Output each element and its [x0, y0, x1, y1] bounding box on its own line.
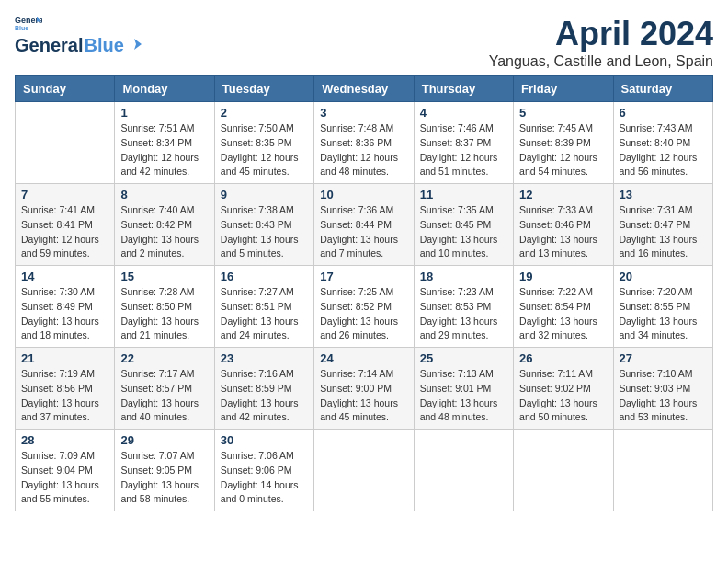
calendar-cell: 26Sunrise: 7:11 AM Sunset: 9:02 PM Dayli… [514, 348, 613, 430]
day-number: 19 [519, 270, 607, 283]
day-number: 15 [120, 270, 208, 283]
weekday-header-friday: Friday [514, 76, 613, 102]
day-info: Sunrise: 7:38 AM Sunset: 8:43 PM Dayligh… [221, 203, 308, 261]
day-number: 4 [420, 106, 507, 120]
header: General Blue General Blue April 2024 Yan… [15, 15, 713, 70]
calendar-cell: 18Sunrise: 7:23 AM Sunset: 8:53 PM Dayli… [414, 266, 513, 348]
day-info: Sunrise: 7:48 AM Sunset: 8:36 PM Dayligh… [320, 121, 407, 179]
calendar-cell: 24Sunrise: 7:14 AM Sunset: 9:00 PM Dayli… [314, 348, 414, 430]
day-number: 3 [320, 106, 407, 120]
day-info: Sunrise: 7:20 AM Sunset: 8:55 PM Dayligh… [620, 285, 707, 343]
logo: General Blue General Blue [15, 15, 142, 56]
day-number: 30 [221, 433, 308, 447]
calendar-cell: 12Sunrise: 7:33 AM Sunset: 8:46 PM Dayli… [514, 184, 613, 266]
calendar-cell: 4Sunrise: 7:46 AM Sunset: 8:37 PM Daylig… [414, 102, 513, 184]
day-info: Sunrise: 7:07 AM Sunset: 9:05 PM Dayligh… [120, 449, 208, 507]
day-info: Sunrise: 7:25 AM Sunset: 8:52 PM Dayligh… [320, 285, 407, 343]
day-info: Sunrise: 7:31 AM Sunset: 8:47 PM Dayligh… [620, 203, 707, 261]
day-number: 6 [620, 106, 707, 120]
day-info: Sunrise: 7:06 AM Sunset: 9:06 PM Dayligh… [221, 449, 308, 507]
day-number: 5 [519, 106, 607, 120]
day-info: Sunrise: 7:40 AM Sunset: 8:42 PM Dayligh… [120, 203, 208, 261]
day-number: 7 [21, 188, 108, 201]
day-info: Sunrise: 7:51 AM Sunset: 8:34 PM Dayligh… [120, 121, 208, 179]
calendar-cell: 11Sunrise: 7:35 AM Sunset: 8:45 PM Dayli… [414, 184, 513, 266]
calendar-cell: 5Sunrise: 7:45 AM Sunset: 8:39 PM Daylig… [514, 102, 613, 184]
day-number: 9 [221, 188, 308, 201]
day-number: 24 [320, 351, 407, 365]
calendar-cell [314, 430, 414, 511]
day-number: 21 [21, 351, 108, 365]
calendar-cell: 1Sunrise: 7:51 AM Sunset: 8:34 PM Daylig… [115, 102, 214, 184]
calendar-week-row: 14Sunrise: 7:30 AM Sunset: 8:49 PM Dayli… [16, 266, 713, 348]
day-number: 28 [21, 433, 108, 447]
svg-marker-3 [134, 39, 142, 50]
calendar-header-row: SundayMondayTuesdayWednesdayThursdayFrid… [16, 76, 713, 102]
day-info: Sunrise: 7:17 AM Sunset: 8:57 PM Dayligh… [120, 367, 208, 425]
day-number: 22 [120, 351, 208, 365]
day-number: 8 [120, 188, 208, 201]
day-number: 13 [620, 188, 707, 201]
day-info: Sunrise: 7:13 AM Sunset: 9:01 PM Dayligh… [420, 367, 507, 425]
day-info: Sunrise: 7:35 AM Sunset: 8:45 PM Dayligh… [420, 203, 507, 261]
calendar-cell [613, 430, 712, 511]
calendar-cell: 7Sunrise: 7:41 AM Sunset: 8:41 PM Daylig… [16, 184, 115, 266]
day-info: Sunrise: 7:46 AM Sunset: 8:37 PM Dayligh… [420, 121, 507, 179]
calendar-cell: 10Sunrise: 7:36 AM Sunset: 8:44 PM Dayli… [314, 184, 414, 266]
weekday-header-wednesday: Wednesday [314, 76, 414, 102]
day-number: 14 [21, 270, 108, 283]
day-number: 27 [620, 351, 707, 365]
calendar-cell: 13Sunrise: 7:31 AM Sunset: 8:47 PM Dayli… [613, 184, 712, 266]
day-info: Sunrise: 7:19 AM Sunset: 8:56 PM Dayligh… [21, 367, 108, 425]
calendar-cell: 2Sunrise: 7:50 AM Sunset: 8:35 PM Daylig… [214, 102, 313, 184]
calendar-week-row: 1Sunrise: 7:51 AM Sunset: 8:34 PM Daylig… [16, 102, 713, 184]
calendar-cell: 20Sunrise: 7:20 AM Sunset: 8:55 PM Dayli… [613, 266, 712, 348]
day-number: 18 [420, 270, 507, 283]
calendar-week-row: 21Sunrise: 7:19 AM Sunset: 8:56 PM Dayli… [16, 348, 713, 430]
day-info: Sunrise: 7:43 AM Sunset: 8:40 PM Dayligh… [620, 121, 707, 179]
month-title: April 2024 [489, 15, 713, 53]
weekday-header-saturday: Saturday [613, 76, 712, 102]
logo-icon: General Blue [15, 15, 42, 33]
calendar-cell [414, 430, 513, 511]
weekday-header-tuesday: Tuesday [214, 76, 313, 102]
day-info: Sunrise: 7:16 AM Sunset: 8:59 PM Dayligh… [221, 367, 308, 425]
calendar-cell: 19Sunrise: 7:22 AM Sunset: 8:54 PM Dayli… [514, 266, 613, 348]
calendar-cell: 8Sunrise: 7:40 AM Sunset: 8:42 PM Daylig… [115, 184, 214, 266]
location-subtitle: Yanguas, Castille and Leon, Spain [489, 53, 713, 70]
calendar-table: SundayMondayTuesdayWednesdayThursdayFrid… [15, 75, 713, 511]
calendar-cell: 16Sunrise: 7:27 AM Sunset: 8:51 PM Dayli… [214, 266, 313, 348]
day-info: Sunrise: 7:14 AM Sunset: 9:00 PM Dayligh… [320, 367, 407, 425]
day-number: 17 [320, 270, 407, 283]
logo-general: General [15, 35, 83, 56]
calendar-cell: 27Sunrise: 7:10 AM Sunset: 9:03 PM Dayli… [613, 348, 712, 430]
calendar-cell: 25Sunrise: 7:13 AM Sunset: 9:01 PM Dayli… [414, 348, 513, 430]
day-info: Sunrise: 7:36 AM Sunset: 8:44 PM Dayligh… [320, 203, 407, 261]
calendar-cell: 28Sunrise: 7:09 AM Sunset: 9:04 PM Dayli… [16, 430, 115, 511]
weekday-header-thursday: Thursday [414, 76, 513, 102]
day-info: Sunrise: 7:28 AM Sunset: 8:50 PM Dayligh… [120, 285, 208, 343]
day-number: 20 [620, 270, 707, 283]
calendar-cell: 22Sunrise: 7:17 AM Sunset: 8:57 PM Dayli… [115, 348, 214, 430]
calendar-cell: 14Sunrise: 7:30 AM Sunset: 8:49 PM Dayli… [16, 266, 115, 348]
day-number: 12 [519, 188, 607, 201]
calendar-week-row: 28Sunrise: 7:09 AM Sunset: 9:04 PM Dayli… [16, 430, 713, 511]
calendar-cell: 3Sunrise: 7:48 AM Sunset: 8:36 PM Daylig… [314, 102, 414, 184]
weekday-header-monday: Monday [115, 76, 214, 102]
day-number: 16 [221, 270, 308, 283]
calendar-week-row: 7Sunrise: 7:41 AM Sunset: 8:41 PM Daylig… [16, 184, 713, 266]
day-number: 11 [420, 188, 507, 201]
day-info: Sunrise: 7:30 AM Sunset: 8:49 PM Dayligh… [21, 285, 108, 343]
day-number: 26 [519, 351, 607, 365]
calendar-cell: 21Sunrise: 7:19 AM Sunset: 8:56 PM Dayli… [16, 348, 115, 430]
day-number: 10 [320, 188, 407, 201]
calendar-cell [16, 102, 115, 184]
day-number: 1 [120, 106, 208, 120]
svg-text:Blue: Blue [15, 25, 28, 31]
calendar-cell: 9Sunrise: 7:38 AM Sunset: 8:43 PM Daylig… [214, 184, 313, 266]
day-number: 25 [420, 351, 507, 365]
day-number: 29 [120, 433, 208, 447]
calendar-cell: 6Sunrise: 7:43 AM Sunset: 8:40 PM Daylig… [613, 102, 712, 184]
day-info: Sunrise: 7:45 AM Sunset: 8:39 PM Dayligh… [519, 121, 607, 179]
day-info: Sunrise: 7:50 AM Sunset: 8:35 PM Dayligh… [221, 121, 308, 179]
